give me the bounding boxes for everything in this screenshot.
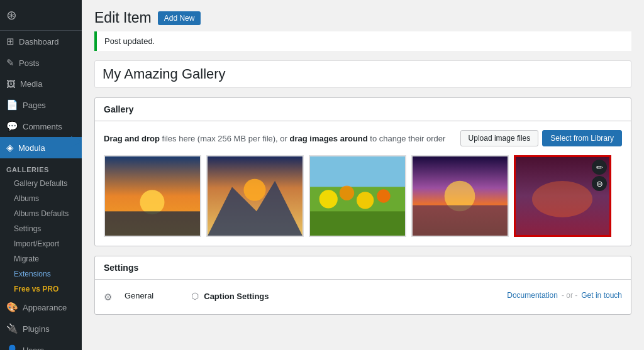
sidebar-item-albums[interactable]: Albums <box>0 191 82 206</box>
sidebar-item-albums-defaults[interactable]: Albums Defaults <box>0 206 82 221</box>
thumb-5-overlay: ✏ ⊖ <box>592 160 607 191</box>
svg-rect-12 <box>310 211 405 236</box>
svg-point-9 <box>340 185 354 200</box>
gallery-thumb-3[interactable] <box>309 155 406 237</box>
wp-logo: ⊛ <box>0 0 82 31</box>
sidebar: ⊛ ⊞ Dashboard ✎ Posts 🖼 Media 📄 Pages 💬 … <box>0 0 82 350</box>
gallery-metabox-header: Gallery <box>95 98 631 121</box>
gallery-thumb-1[interactable] <box>104 155 201 237</box>
svg-point-17 <box>532 181 592 217</box>
settings-sep: - or - <box>562 291 577 300</box>
sidebar-item-gallery-defaults[interactable]: Gallery Defaults <box>0 176 82 191</box>
sidebar-item-appearance[interactable]: 🎨 Appearance <box>0 297 82 318</box>
svg-point-8 <box>319 190 338 208</box>
sidebar-galleries-section: Galleries <box>0 158 82 176</box>
drag-drop-bold: Drag and drop <box>104 134 160 143</box>
sidebar-item-migrate[interactable]: Migrate <box>0 251 82 266</box>
svg-rect-2 <box>105 211 200 236</box>
settings-links: Documentation - or - Get in touch <box>507 291 622 300</box>
sidebar-modula-group: ◈ Modula ▶ <box>0 137 82 158</box>
gallery-metabox-body: Drag and drop files here (max 256 MB per… <box>95 121 631 246</box>
sidebar-item-modula[interactable]: ◈ Modula <box>0 137 82 158</box>
upload-image-files-button[interactable]: Upload image files <box>460 130 539 146</box>
gallery-instructions-text: Drag and drop files here (max 256 MB per… <box>104 134 445 143</box>
svg-rect-7 <box>310 156 405 187</box>
appearance-icon: 🎨 <box>6 302 18 313</box>
sidebar-item-dashboard[interactable]: ⊞ Dashboard <box>0 31 82 52</box>
svg-point-5 <box>243 179 265 201</box>
settings-general-row: ⚙ General ⬡ Caption Settings Documentati… <box>104 285 622 309</box>
documentation-link[interactable]: Documentation <box>507 291 558 300</box>
thumb-5-edit-button[interactable]: ✏ <box>592 160 607 175</box>
media-icon: 🖼 <box>6 79 16 89</box>
post-title-input[interactable] <box>94 60 631 88</box>
settings-general-label: General <box>125 291 153 300</box>
users-icon: 👤 <box>6 344 18 350</box>
page-title: Edit Item <box>94 9 152 26</box>
settings-caption-group: ⬡ Caption Settings <box>191 291 269 301</box>
posts-icon: ✎ <box>6 57 14 68</box>
svg-point-11 <box>377 189 390 202</box>
sidebar-item-plugins[interactable]: 🔌 Plugins <box>0 318 82 339</box>
comments-icon: 💬 <box>6 121 18 132</box>
sidebar-item-pages[interactable]: 📄 Pages <box>0 94 82 116</box>
pages-icon: 📄 <box>6 99 18 111</box>
settings-gear-icon: ⚙ <box>104 292 112 303</box>
update-notice: Post updated. <box>94 31 631 51</box>
sidebar-item-extensions[interactable]: Extensions <box>0 266 82 282</box>
drag-images-bold: drag images around <box>289 134 367 143</box>
add-new-button[interactable]: Add New <box>158 11 201 25</box>
get-in-touch-link[interactable]: Get in touch <box>581 291 622 300</box>
sidebar-item-posts[interactable]: ✎ Posts <box>0 52 82 74</box>
sidebar-item-free-vs-pro[interactable]: Free vs PRO <box>0 282 82 297</box>
gallery-thumb-2[interactable] <box>206 155 304 237</box>
sidebar-item-import-export[interactable]: Import/Export <box>0 236 82 251</box>
sidebar-item-settings[interactable]: Settings <box>0 221 82 236</box>
thumb-5-delete-button[interactable]: ⊖ <box>592 176 607 191</box>
main-content: Edit Item Add New Post updated. Gallery … <box>82 0 644 350</box>
caption-icon: ⬡ <box>191 291 199 301</box>
sidebar-arrow: ▶ <box>71 134 82 148</box>
dashboard-icon: ⊞ <box>6 36 14 47</box>
modula-icon: ◈ <box>6 142 14 153</box>
settings-metabox-body: ⚙ General ⬡ Caption Settings Documentati… <box>95 280 631 314</box>
caption-settings-label: Caption Settings <box>204 292 269 301</box>
select-from-library-button[interactable]: Select from Library <box>542 130 622 146</box>
svg-point-10 <box>357 192 374 209</box>
svg-point-1 <box>140 190 165 214</box>
gallery-action-buttons: Upload image files Select from Library <box>460 130 622 146</box>
settings-metabox-header: Settings <box>95 256 631 280</box>
gallery-grid: ✏ ⊖ <box>104 155 622 237</box>
gallery-thumb-5[interactable]: ✏ ⊖ <box>514 155 611 237</box>
settings-metabox: Settings ⚙ General ⬡ Caption Settings Do… <box>94 256 631 315</box>
sidebar-item-media[interactable]: 🖼 Media <box>0 74 82 94</box>
page-header: Edit Item Add New <box>94 9 631 26</box>
gallery-thumb-4[interactable] <box>411 155 509 237</box>
notice-text: Post updated. <box>104 36 155 46</box>
gallery-metabox: Gallery Drag and drop files here (max 25… <box>94 97 631 246</box>
gallery-instructions: Drag and drop files here (max 256 MB per… <box>104 130 622 146</box>
svg-rect-15 <box>413 205 508 236</box>
sidebar-item-users[interactable]: 👤 Users <box>0 339 82 350</box>
sidebar-item-comments[interactable]: 💬 Comments <box>0 116 82 137</box>
plugins-icon: 🔌 <box>6 323 18 334</box>
